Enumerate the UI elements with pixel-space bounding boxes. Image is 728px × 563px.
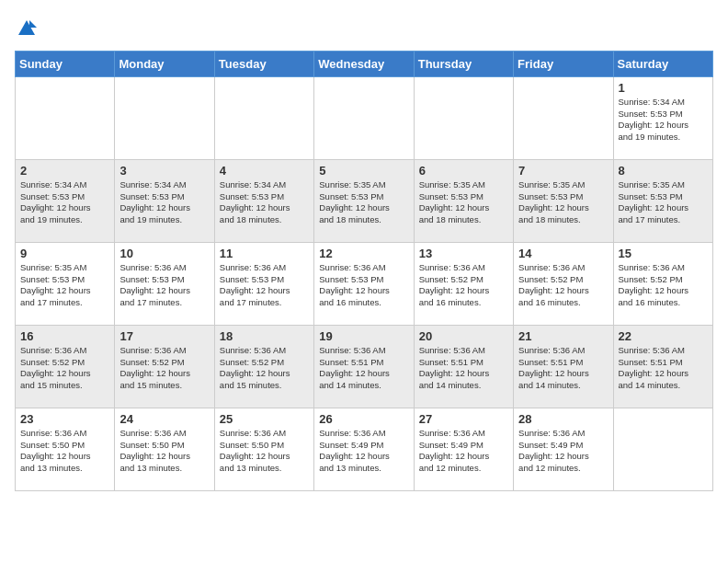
day-number: 19 [319, 329, 408, 343]
calendar-cell [115, 76, 214, 159]
calendar-cell: 26Sunrise: 5:36 AM Sunset: 5:49 PM Dayli… [314, 408, 414, 490]
day-info: Sunrise: 5:36 AM Sunset: 5:53 PM Dayligh… [220, 262, 309, 309]
day-info: Sunrise: 5:36 AM Sunset: 5:52 PM Dayligh… [20, 345, 109, 392]
svg-marker-1 [29, 20, 37, 28]
calendar-cell: 7Sunrise: 5:35 AM Sunset: 5:53 PM Daylig… [514, 159, 613, 242]
calendar-week-row: 23Sunrise: 5:36 AM Sunset: 5:50 PM Dayli… [16, 408, 713, 490]
calendar-cell: 17Sunrise: 5:36 AM Sunset: 5:52 PM Dayli… [115, 325, 214, 408]
day-info: Sunrise: 5:35 AM Sunset: 5:53 PM Dayligh… [619, 179, 708, 226]
day-number: 23 [20, 412, 109, 426]
day-number: 18 [220, 329, 309, 343]
calendar-week-row: 9Sunrise: 5:35 AM Sunset: 5:53 PM Daylig… [16, 242, 713, 325]
calendar-cell: 14Sunrise: 5:36 AM Sunset: 5:52 PM Dayli… [514, 242, 613, 325]
calendar-cell: 20Sunrise: 5:36 AM Sunset: 5:51 PM Dayli… [414, 325, 513, 408]
day-number: 7 [518, 164, 608, 178]
calendar-week-row: 16Sunrise: 5:36 AM Sunset: 5:52 PM Dayli… [16, 325, 713, 408]
day-info: Sunrise: 5:34 AM Sunset: 5:53 PM Dayligh… [220, 179, 309, 226]
calendar-cell: 10Sunrise: 5:36 AM Sunset: 5:53 PM Dayli… [115, 242, 214, 325]
day-info: Sunrise: 5:36 AM Sunset: 5:52 PM Dayligh… [419, 262, 508, 309]
calendar-week-row: 2Sunrise: 5:34 AM Sunset: 5:53 PM Daylig… [16, 159, 713, 242]
calendar-cell: 9Sunrise: 5:35 AM Sunset: 5:53 PM Daylig… [16, 242, 115, 325]
day-number: 12 [319, 247, 408, 260]
day-number: 16 [20, 329, 109, 343]
calendar-cell: 21Sunrise: 5:36 AM Sunset: 5:51 PM Dayli… [514, 325, 613, 408]
day-number: 3 [119, 164, 209, 178]
day-info: Sunrise: 5:36 AM Sunset: 5:53 PM Dayligh… [319, 262, 408, 309]
calendar-cell: 5Sunrise: 5:35 AM Sunset: 5:53 PM Daylig… [314, 159, 414, 242]
calendar-cell: 16Sunrise: 5:36 AM Sunset: 5:52 PM Dayli… [16, 325, 115, 408]
day-number: 24 [119, 412, 209, 426]
calendar-cell: 13Sunrise: 5:36 AM Sunset: 5:52 PM Dayli… [414, 242, 513, 325]
day-info: Sunrise: 5:34 AM Sunset: 5:53 PM Dayligh… [619, 97, 708, 144]
calendar-cell: 28Sunrise: 5:36 AM Sunset: 5:49 PM Dayli… [514, 408, 613, 490]
logo [15, 18, 37, 43]
weekday-header: Friday [514, 51, 613, 76]
day-number: 8 [619, 164, 708, 178]
day-number: 11 [220, 247, 309, 260]
calendar-cell: 24Sunrise: 5:36 AM Sunset: 5:50 PM Dayli… [115, 408, 214, 490]
day-info: Sunrise: 5:36 AM Sunset: 5:49 PM Dayligh… [319, 428, 408, 475]
day-info: Sunrise: 5:36 AM Sunset: 5:50 PM Dayligh… [220, 428, 309, 475]
calendar-cell [314, 76, 414, 159]
day-number: 20 [419, 329, 508, 343]
day-info: Sunrise: 5:35 AM Sunset: 5:53 PM Dayligh… [20, 262, 109, 309]
day-number: 4 [220, 164, 309, 178]
calendar-cell: 19Sunrise: 5:36 AM Sunset: 5:51 PM Dayli… [314, 325, 414, 408]
day-info: Sunrise: 5:35 AM Sunset: 5:53 PM Dayligh… [518, 179, 608, 226]
day-info: Sunrise: 5:36 AM Sunset: 5:49 PM Dayligh… [518, 428, 608, 475]
day-number: 2 [20, 164, 109, 178]
day-number: 17 [119, 329, 209, 343]
day-info: Sunrise: 5:36 AM Sunset: 5:51 PM Dayligh… [419, 345, 508, 392]
calendar-header-row: SundayMondayTuesdayWednesdayThursdayFrid… [16, 51, 713, 76]
day-info: Sunrise: 5:36 AM Sunset: 5:53 PM Dayligh… [119, 262, 209, 309]
calendar-cell [214, 76, 313, 159]
calendar-week-row: 1Sunrise: 5:34 AM Sunset: 5:53 PM Daylig… [16, 76, 713, 159]
day-info: Sunrise: 5:36 AM Sunset: 5:50 PM Dayligh… [119, 428, 209, 475]
calendar-cell: 11Sunrise: 5:36 AM Sunset: 5:53 PM Dayli… [214, 242, 313, 325]
calendar-cell [514, 76, 613, 159]
day-number: 9 [20, 247, 109, 260]
day-number: 13 [419, 247, 508, 260]
calendar-cell: 18Sunrise: 5:36 AM Sunset: 5:52 PM Dayli… [214, 325, 313, 408]
day-number: 27 [419, 412, 508, 426]
calendar-cell: 3Sunrise: 5:34 AM Sunset: 5:53 PM Daylig… [115, 159, 214, 242]
day-info: Sunrise: 5:36 AM Sunset: 5:50 PM Dayligh… [20, 428, 109, 475]
day-info: Sunrise: 5:36 AM Sunset: 5:51 PM Dayligh… [518, 345, 608, 392]
day-number: 25 [220, 412, 309, 426]
calendar-cell: 4Sunrise: 5:34 AM Sunset: 5:53 PM Daylig… [214, 159, 313, 242]
day-info: Sunrise: 5:36 AM Sunset: 5:51 PM Dayligh… [319, 345, 408, 392]
weekday-header: Saturday [613, 51, 712, 76]
calendar-cell [16, 76, 115, 159]
day-number: 10 [119, 247, 209, 260]
day-info: Sunrise: 5:34 AM Sunset: 5:53 PM Dayligh… [119, 179, 209, 226]
day-info: Sunrise: 5:34 AM Sunset: 5:53 PM Dayligh… [20, 179, 109, 226]
logo-icon [17, 18, 37, 39]
day-number: 28 [518, 412, 608, 426]
day-number: 5 [319, 164, 408, 178]
day-info: Sunrise: 5:36 AM Sunset: 5:51 PM Dayligh… [619, 345, 708, 392]
calendar-cell: 27Sunrise: 5:36 AM Sunset: 5:49 PM Dayli… [414, 408, 513, 490]
day-info: Sunrise: 5:36 AM Sunset: 5:52 PM Dayligh… [619, 262, 708, 309]
day-number: 1 [619, 81, 708, 95]
day-number: 21 [518, 329, 608, 343]
day-info: Sunrise: 5:35 AM Sunset: 5:53 PM Dayligh… [319, 179, 408, 226]
calendar-cell: 22Sunrise: 5:36 AM Sunset: 5:51 PM Dayli… [613, 325, 712, 408]
day-info: Sunrise: 5:36 AM Sunset: 5:52 PM Dayligh… [119, 345, 209, 392]
day-info: Sunrise: 5:35 AM Sunset: 5:53 PM Dayligh… [419, 179, 508, 226]
weekday-header: Monday [115, 51, 214, 76]
calendar-cell: 12Sunrise: 5:36 AM Sunset: 5:53 PM Dayli… [314, 242, 414, 325]
calendar-cell [414, 76, 513, 159]
day-info: Sunrise: 5:36 AM Sunset: 5:49 PM Dayligh… [419, 428, 508, 475]
calendar-cell: 15Sunrise: 5:36 AM Sunset: 5:52 PM Dayli… [613, 242, 712, 325]
weekday-header: Sunday [16, 51, 115, 76]
weekday-header: Thursday [414, 51, 513, 76]
day-number: 14 [518, 247, 608, 260]
weekday-header: Tuesday [214, 51, 313, 76]
page-header [15, 15, 713, 43]
day-number: 26 [319, 412, 408, 426]
day-info: Sunrise: 5:36 AM Sunset: 5:52 PM Dayligh… [518, 262, 608, 309]
weekday-header: Wednesday [314, 51, 414, 76]
day-number: 6 [419, 164, 508, 178]
calendar-cell: 8Sunrise: 5:35 AM Sunset: 5:53 PM Daylig… [613, 159, 712, 242]
day-number: 22 [619, 329, 708, 343]
